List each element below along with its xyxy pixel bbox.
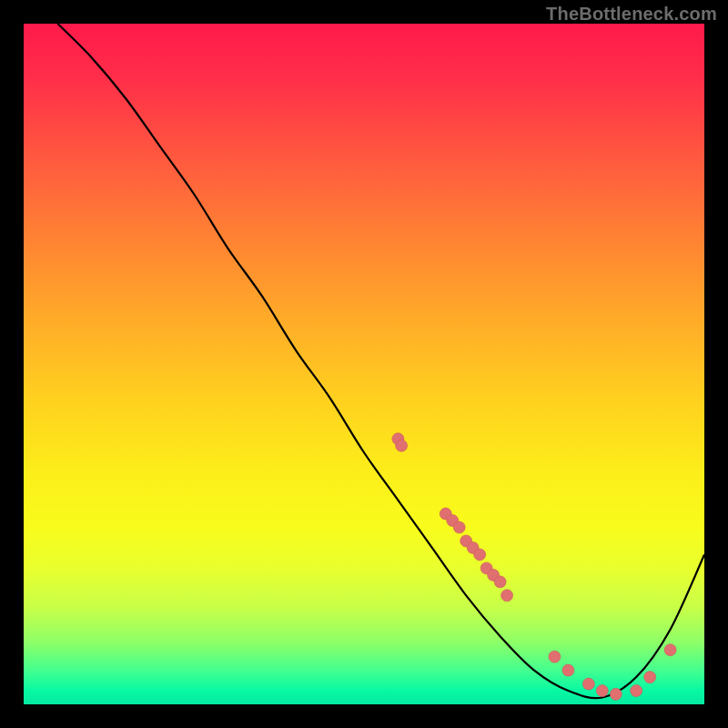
sample-point — [582, 678, 594, 690]
sample-point — [596, 685, 608, 697]
sample-point — [644, 672, 656, 683]
sample-point — [664, 644, 676, 656]
sample-point — [474, 549, 486, 561]
sample-point — [396, 440, 408, 451]
sample-point — [610, 688, 622, 700]
bottleneck-curve-line — [57, 24, 704, 698]
sample-point — [631, 685, 642, 697]
sample-point — [453, 521, 465, 533]
sample-point — [501, 590, 513, 602]
chart-svg — [24, 24, 704, 704]
sample-point — [494, 576, 506, 588]
watermark-text: TheBottleneck.com — [546, 4, 717, 25]
sample-points-group — [392, 433, 676, 701]
plot-area — [24, 24, 704, 704]
sample-point — [549, 651, 561, 662]
sample-point — [562, 664, 574, 676]
